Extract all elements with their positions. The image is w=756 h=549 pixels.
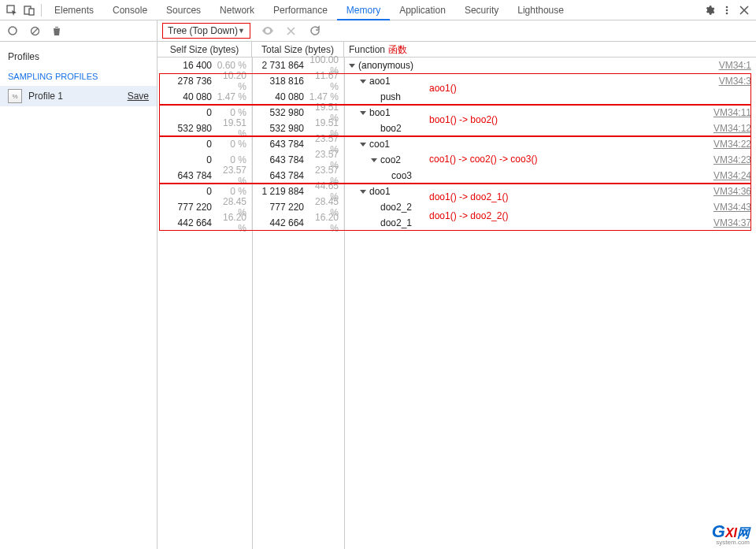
function-name: doo2_1 bbox=[380, 217, 412, 228]
divider bbox=[41, 4, 42, 17]
source-link[interactable]: VM34:37 bbox=[713, 217, 756, 228]
sidebar-subheading: SAMPLING PROFILES bbox=[0, 67, 157, 86]
col-func-header[interactable]: Function 函数 bbox=[344, 42, 756, 57]
function-name: coo1 bbox=[369, 139, 390, 150]
svg-line-8 bbox=[32, 28, 38, 34]
tab-lighthouse[interactable]: Lighthouse bbox=[508, 0, 573, 20]
memory-toolbar: Tree (Top Down) ▼ bbox=[0, 20, 756, 42]
cancel-x-icon[interactable] bbox=[285, 27, 298, 35]
table-row[interactable]: 278 73610.20 %318 81611.67 %aoo1VM34:3 bbox=[158, 73, 756, 89]
inspect-icon[interactable] bbox=[3, 2, 20, 19]
table-row[interactable]: 40 0801.47 %40 0801.47 %push bbox=[158, 89, 756, 105]
tab-security[interactable]: Security bbox=[455, 0, 508, 20]
tab-elements[interactable]: Elements bbox=[45, 0, 103, 20]
table-row[interactable]: 643 78423.57 %643 78423.57 %coo3VM34:24 bbox=[158, 168, 756, 184]
view-dropdown[interactable]: Tree (Top Down) ▼ bbox=[162, 23, 250, 39]
clear-icon[interactable] bbox=[28, 24, 41, 37]
profile-grid: Self Size (bytes) Total Size (bytes) Fun… bbox=[158, 42, 756, 549]
watermark: GXI网 system.com bbox=[712, 521, 750, 546]
chevron-down-icon: ▼ bbox=[238, 27, 245, 35]
expand-icon[interactable] bbox=[371, 158, 377, 162]
function-name: (anonymous) bbox=[358, 60, 413, 71]
tab-console[interactable]: Console bbox=[103, 0, 157, 20]
col-self-header[interactable]: Self Size (bytes) bbox=[158, 42, 252, 57]
function-name: aoo1 bbox=[369, 76, 391, 87]
source-link[interactable]: VM34:23 bbox=[713, 154, 756, 165]
column-divider bbox=[252, 57, 253, 549]
table-row[interactable]: 442 66416.20 %442 66416.20 %doo2_1VM34:3… bbox=[158, 215, 756, 231]
table-row[interactable]: 00 %643 78423.57 %coo1VM34:22 bbox=[158, 136, 756, 152]
tab-network[interactable]: Network bbox=[210, 0, 264, 20]
function-name: boo1 bbox=[369, 107, 391, 118]
source-link[interactable]: VM34:24 bbox=[713, 170, 756, 181]
source-link[interactable]: VM34:1 bbox=[719, 60, 756, 71]
kebab-menu-icon[interactable] bbox=[718, 2, 736, 19]
column-divider bbox=[344, 57, 345, 549]
tab-application[interactable]: Application bbox=[390, 0, 455, 20]
expand-icon[interactable] bbox=[349, 64, 355, 68]
tab-memory[interactable]: Memory bbox=[337, 0, 390, 20]
source-link[interactable]: VM34:11 bbox=[713, 107, 756, 118]
device-toggle-icon[interactable] bbox=[20, 2, 38, 19]
record-icon[interactable] bbox=[6, 24, 19, 37]
source-link[interactable]: VM34:22 bbox=[713, 139, 756, 150]
profile-icon: % bbox=[8, 89, 22, 103]
svg-point-6 bbox=[9, 27, 17, 35]
source-link[interactable]: VM34:43 bbox=[713, 202, 756, 213]
expand-icon[interactable] bbox=[360, 190, 366, 194]
devtools-tabbar: ElementsConsoleSourcesNetworkPerformance… bbox=[0, 0, 756, 20]
expand-icon[interactable] bbox=[360, 143, 366, 147]
function-name: coo2 bbox=[380, 154, 401, 165]
table-row[interactable]: 532 98019.51 %532 98019.51 %boo2VM34:12 bbox=[158, 121, 756, 136]
svg-point-4 bbox=[726, 9, 728, 11]
eye-icon[interactable] bbox=[261, 26, 274, 35]
profiles-sidebar: Profiles SAMPLING PROFILES % Profile 1 S… bbox=[0, 42, 158, 549]
tab-performance[interactable]: Performance bbox=[264, 0, 337, 20]
source-link[interactable]: VM34:12 bbox=[713, 123, 756, 134]
svg-point-5 bbox=[726, 12, 728, 14]
profile-item[interactable]: % Profile 1 Save bbox=[0, 86, 157, 106]
reload-icon[interactable] bbox=[309, 25, 321, 36]
profile-name: Profile 1 bbox=[28, 91, 63, 102]
expand-icon[interactable] bbox=[360, 80, 366, 83]
settings-gear-icon[interactable] bbox=[701, 2, 718, 19]
function-name: push bbox=[380, 91, 401, 102]
tab-sources[interactable]: Sources bbox=[157, 0, 210, 20]
expand-icon[interactable] bbox=[360, 111, 366, 115]
delete-icon[interactable] bbox=[50, 24, 63, 37]
grid-header: Self Size (bytes) Total Size (bytes) Fun… bbox=[158, 42, 756, 57]
function-name: boo2 bbox=[380, 123, 402, 134]
sidebar-heading: Profiles bbox=[0, 46, 157, 67]
function-name: doo1 bbox=[369, 186, 391, 197]
source-link[interactable]: VM34:36 bbox=[713, 186, 756, 197]
svg-rect-2 bbox=[29, 9, 34, 15]
dropdown-label: Tree (Top Down) bbox=[168, 25, 238, 36]
function-name: coo3 bbox=[391, 170, 412, 181]
function-name: doo2_2 bbox=[380, 202, 412, 213]
save-link[interactable]: Save bbox=[128, 91, 149, 102]
source-link[interactable]: VM34:3 bbox=[719, 76, 756, 87]
close-icon[interactable] bbox=[736, 2, 753, 19]
svg-point-3 bbox=[726, 6, 728, 8]
